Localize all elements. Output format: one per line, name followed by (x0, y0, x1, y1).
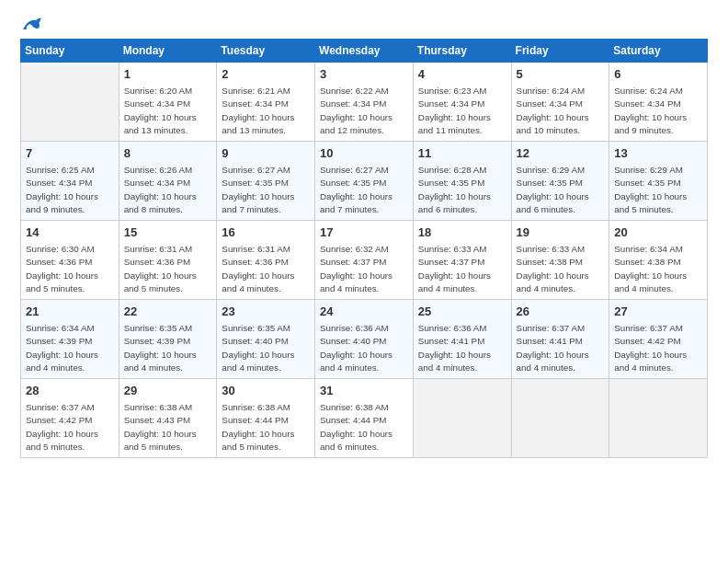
column-header-thursday: Thursday (413, 40, 511, 63)
day-info: Sunrise: 6:36 AMSunset: 4:40 PMDaylight:… (320, 322, 408, 374)
day-number: 10 (320, 145, 408, 162)
day-number: 26 (517, 304, 605, 320)
calendar-table: SundayMondayTuesdayWednesdayThursdayFrid… (20, 39, 708, 458)
day-number: 30 (222, 383, 310, 399)
day-number: 22 (124, 304, 212, 320)
day-info: Sunrise: 6:34 AMSunset: 4:38 PMDaylight:… (614, 243, 702, 295)
day-number: 24 (320, 304, 408, 320)
calendar-cell: 13Sunrise: 6:29 AMSunset: 4:35 PMDayligh… (609, 142, 708, 221)
day-number: 20 (614, 224, 702, 241)
calendar-cell: 1Sunrise: 6:20 AMSunset: 4:34 PMDaylight… (119, 63, 217, 142)
day-info: Sunrise: 6:26 AMSunset: 4:34 PMDaylight:… (124, 164, 212, 216)
day-info: Sunrise: 6:27 AMSunset: 4:35 PMDaylight:… (222, 164, 310, 216)
day-number: 3 (320, 66, 408, 83)
day-info: Sunrise: 6:33 AMSunset: 4:38 PMDaylight:… (517, 243, 605, 295)
column-header-monday: Monday (119, 40, 217, 63)
day-info: Sunrise: 6:24 AMSunset: 4:34 PMDaylight:… (614, 85, 702, 137)
calendar-cell: 8Sunrise: 6:26 AMSunset: 4:34 PMDaylight… (119, 142, 217, 221)
calendar-cell: 23Sunrise: 6:35 AMSunset: 4:40 PMDayligh… (217, 300, 315, 379)
day-number: 17 (320, 224, 408, 241)
day-number: 5 (517, 66, 605, 83)
logo (20, 17, 41, 33)
day-number: 12 (517, 145, 605, 162)
calendar-cell: 27Sunrise: 6:37 AMSunset: 4:42 PMDayligh… (609, 300, 708, 379)
calendar-cell: 12Sunrise: 6:29 AMSunset: 4:35 PMDayligh… (511, 142, 609, 221)
logo-bird-icon (21, 17, 41, 33)
calendar-cell: 2Sunrise: 6:21 AMSunset: 4:34 PMDaylight… (217, 63, 315, 142)
day-info: Sunrise: 6:23 AMSunset: 4:34 PMDaylight:… (418, 85, 506, 137)
day-number: 2 (222, 66, 310, 83)
calendar-cell: 25Sunrise: 6:36 AMSunset: 4:41 PMDayligh… (413, 300, 511, 379)
calendar-cell: 11Sunrise: 6:28 AMSunset: 4:35 PMDayligh… (413, 142, 511, 221)
day-number: 28 (26, 383, 114, 399)
day-info: Sunrise: 6:38 AMSunset: 4:44 PMDaylight:… (222, 401, 310, 454)
day-info: Sunrise: 6:20 AMSunset: 4:34 PMDaylight:… (124, 85, 212, 137)
calendar-cell: 6Sunrise: 6:24 AMSunset: 4:34 PMDaylight… (609, 63, 708, 142)
calendar-cell (511, 379, 609, 458)
day-number: 15 (124, 224, 212, 241)
day-info: Sunrise: 6:37 AMSunset: 4:41 PMDaylight:… (517, 322, 605, 374)
day-number: 4 (418, 66, 506, 83)
day-number: 29 (124, 383, 212, 399)
calendar-cell: 3Sunrise: 6:22 AMSunset: 4:34 PMDaylight… (315, 63, 414, 142)
day-info: Sunrise: 6:22 AMSunset: 4:34 PMDaylight:… (320, 85, 408, 137)
day-info: Sunrise: 6:30 AMSunset: 4:36 PMDaylight:… (26, 243, 114, 295)
day-number: 7 (26, 145, 114, 162)
day-number: 8 (124, 145, 212, 162)
day-info: Sunrise: 6:27 AMSunset: 4:35 PMDaylight:… (320, 164, 408, 216)
day-info: Sunrise: 6:37 AMSunset: 4:42 PMDaylight:… (26, 401, 114, 454)
calendar-cell: 30Sunrise: 6:38 AMSunset: 4:44 PMDayligh… (217, 379, 315, 458)
day-info: Sunrise: 6:38 AMSunset: 4:43 PMDaylight:… (124, 401, 212, 454)
day-number: 1 (124, 66, 212, 83)
calendar-cell: 16Sunrise: 6:31 AMSunset: 4:36 PMDayligh… (217, 221, 315, 300)
day-info: Sunrise: 6:35 AMSunset: 4:40 PMDaylight:… (222, 322, 310, 374)
day-info: Sunrise: 6:32 AMSunset: 4:37 PMDaylight:… (320, 243, 408, 295)
column-header-tuesday: Tuesday (217, 40, 315, 63)
day-number: 6 (614, 66, 702, 83)
calendar-cell: 17Sunrise: 6:32 AMSunset: 4:37 PMDayligh… (315, 221, 414, 300)
day-info: Sunrise: 6:31 AMSunset: 4:36 PMDaylight:… (124, 243, 212, 295)
calendar-cell: 20Sunrise: 6:34 AMSunset: 4:38 PMDayligh… (609, 221, 708, 300)
calendar-cell (21, 63, 119, 142)
calendar-cell: 14Sunrise: 6:30 AMSunset: 4:36 PMDayligh… (21, 221, 119, 300)
calendar-cell: 9Sunrise: 6:27 AMSunset: 4:35 PMDaylight… (217, 142, 315, 221)
calendar-cell: 10Sunrise: 6:27 AMSunset: 4:35 PMDayligh… (315, 142, 414, 221)
day-number: 21 (26, 304, 114, 320)
column-header-saturday: Saturday (609, 40, 708, 63)
day-number: 11 (418, 145, 506, 162)
week-row-2: 7Sunrise: 6:25 AMSunset: 4:34 PMDaylight… (21, 142, 708, 221)
day-info: Sunrise: 6:35 AMSunset: 4:39 PMDaylight:… (124, 322, 212, 374)
day-number: 16 (222, 224, 310, 241)
column-header-sunday: Sunday (21, 40, 119, 63)
calendar-cell: 7Sunrise: 6:25 AMSunset: 4:34 PMDaylight… (21, 142, 119, 221)
day-number: 27 (614, 304, 702, 320)
day-info: Sunrise: 6:24 AMSunset: 4:34 PMDaylight:… (517, 85, 605, 137)
day-number: 13 (614, 145, 702, 162)
calendar-cell (413, 379, 511, 458)
header (20, 17, 708, 33)
day-info: Sunrise: 6:21 AMSunset: 4:34 PMDaylight:… (222, 85, 310, 137)
calendar-cell: 4Sunrise: 6:23 AMSunset: 4:34 PMDaylight… (413, 63, 511, 142)
calendar-cell: 22Sunrise: 6:35 AMSunset: 4:39 PMDayligh… (119, 300, 217, 379)
day-info: Sunrise: 6:34 AMSunset: 4:39 PMDaylight:… (26, 322, 114, 374)
day-number: 23 (222, 304, 310, 320)
day-info: Sunrise: 6:29 AMSunset: 4:35 PMDaylight:… (517, 164, 605, 216)
day-info: Sunrise: 6:33 AMSunset: 4:37 PMDaylight:… (418, 243, 506, 295)
column-header-friday: Friday (511, 40, 609, 63)
day-info: Sunrise: 6:37 AMSunset: 4:42 PMDaylight:… (614, 322, 702, 374)
day-number: 14 (26, 224, 114, 241)
calendar-cell: 29Sunrise: 6:38 AMSunset: 4:43 PMDayligh… (119, 379, 217, 458)
day-number: 31 (320, 383, 408, 399)
day-info: Sunrise: 6:38 AMSunset: 4:44 PMDaylight:… (320, 401, 408, 454)
calendar-cell: 5Sunrise: 6:24 AMSunset: 4:34 PMDaylight… (511, 63, 609, 142)
week-row-1: 1Sunrise: 6:20 AMSunset: 4:34 PMDaylight… (21, 63, 708, 142)
calendar-cell (609, 379, 708, 458)
day-info: Sunrise: 6:36 AMSunset: 4:41 PMDaylight:… (418, 322, 506, 374)
page: SundayMondayTuesdayWednesdayThursdayFrid… (0, 0, 728, 563)
calendar-cell: 21Sunrise: 6:34 AMSunset: 4:39 PMDayligh… (21, 300, 119, 379)
calendar-cell: 15Sunrise: 6:31 AMSunset: 4:36 PMDayligh… (119, 221, 217, 300)
header-row: SundayMondayTuesdayWednesdayThursdayFrid… (21, 40, 708, 63)
calendar-cell: 31Sunrise: 6:38 AMSunset: 4:44 PMDayligh… (315, 379, 414, 458)
calendar-cell: 26Sunrise: 6:37 AMSunset: 4:41 PMDayligh… (511, 300, 609, 379)
week-row-5: 28Sunrise: 6:37 AMSunset: 4:42 PMDayligh… (21, 379, 708, 458)
